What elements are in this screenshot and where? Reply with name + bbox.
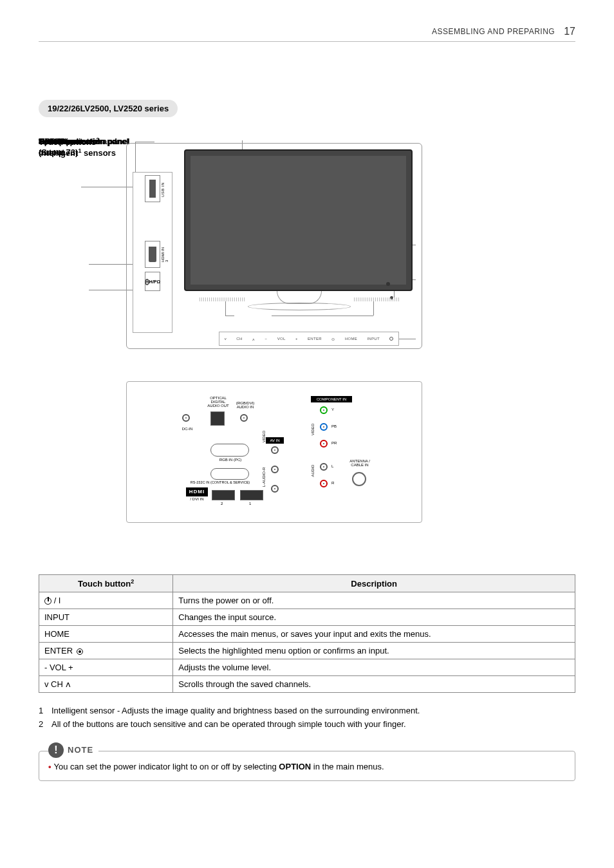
component-r: R <box>331 481 334 485</box>
component-l: L <box>331 464 333 468</box>
th-description: Description <box>173 575 575 592</box>
footnote-2: 2All of the buttons are touch sensitive … <box>39 718 575 731</box>
exclamation-icon: ! <box>48 742 64 758</box>
touch-ch-up: ᴧ <box>252 337 255 341</box>
rs232-label: RS-232C IN (CONTROL & SERVICE) <box>186 481 254 485</box>
touch-input: INPUT <box>367 337 380 341</box>
speaker-grill-right <box>354 297 399 301</box>
power-icon <box>44 598 51 605</box>
touch-vol-label: VOL <box>277 337 286 341</box>
note-box: ! NOTE •You can set the power indicator … <box>39 751 575 781</box>
table-row: ENTER Selects the highlighted menu optio… <box>39 643 575 659</box>
enter-icon <box>77 648 83 655</box>
optical-label: OPTICAL DIGITAL AUDIO OUT <box>203 396 234 408</box>
av-video-jack <box>271 446 279 454</box>
side-connection-panel: USB IN HDMI IN 3 H/PΩ <box>133 172 172 333</box>
component-audio-r-jack <box>320 480 328 487</box>
rgb-in-port <box>210 444 249 457</box>
hdmi-logo: HDMI <box>186 487 208 496</box>
av-audio-r-jack <box>271 485 279 493</box>
touch-vol-down: − <box>265 337 268 341</box>
label-rear-b: (See p.73) <box>39 147 78 157</box>
component-y: Y <box>331 408 334 411</box>
hdmi-slot-icon <box>149 247 156 262</box>
av-video-text: VIDEO <box>262 427 266 446</box>
screen-inner <box>191 156 406 285</box>
header-page-number: 17 <box>564 26 575 37</box>
rear-connection-panel: DC-IN OPTICAL DIGITAL AUDIO OUT (RGB/DVI… <box>126 381 422 523</box>
headphone-port-label: H/PΩ <box>149 279 160 284</box>
antenna-label: ANTENNA / CABLE IN <box>344 459 375 467</box>
antenna-port <box>352 472 366 486</box>
footnote-1: 1Intelligent sensor - Adjusts the image … <box>39 704 575 718</box>
hdmi-num-1: 1 <box>249 502 251 505</box>
rgb-dvi-audio-jack <box>240 414 248 422</box>
usb-port: USB IN <box>145 175 160 202</box>
optical-port <box>210 411 225 426</box>
component-y-jack <box>320 406 328 414</box>
touch-enter-label: ENTER <box>308 337 322 341</box>
label-rear-a: Rear Connection panel <box>39 137 130 146</box>
component-audio-side: AUDIO <box>311 458 315 484</box>
note-body: •You can set the power indicator light t… <box>48 762 566 771</box>
description-cell: Changes the input source. <box>173 609 575 626</box>
component-in-label: COMPONENT IN <box>311 396 352 402</box>
touch-button-bar: v CH ᴧ − VOL + ENTER ⊙ HOME INPUT <box>219 332 399 346</box>
hdmi-port-label: HDMI IN 3 <box>161 247 169 262</box>
description-cell: Accesses the main menus, or saves your i… <box>173 626 575 643</box>
headphone-jack-icon <box>145 279 149 285</box>
button-cell: HOME <box>39 626 173 643</box>
touch-enter-icon: ⊙ <box>331 337 335 341</box>
stand-neck <box>277 291 322 304</box>
usb-slot-icon <box>149 180 156 198</box>
dc-in-jack <box>182 414 190 422</box>
rgb-dvi-audio-label: (RGB/DVI) AUDIO IN <box>231 401 259 409</box>
rs232-port <box>210 468 249 480</box>
touch-power-icon <box>389 337 393 341</box>
table-row: / ITurns the power on or off. <box>39 592 575 609</box>
button-cell: - VOL + <box>39 659 173 676</box>
table-row: HOMEAccesses the main menus, or saves yo… <box>39 626 575 643</box>
note-title: NOTE <box>68 745 93 755</box>
av-in-label: AV IN <box>266 437 284 444</box>
description-cell: Turns the power on or off. <box>173 592 575 609</box>
button-cell: ENTER <box>39 643 173 659</box>
table-row: v CH ᴧScrolls through the saved channels… <box>39 676 575 693</box>
bullet-icon: • <box>48 762 51 771</box>
table-row: - VOL +Adjusts the volume level. <box>39 659 575 676</box>
hdmi-port: HDMI IN 3 <box>145 241 160 268</box>
av-audio-l-jack <box>271 466 279 473</box>
component-audio-l-jack <box>320 463 328 471</box>
component-pr: PR <box>331 441 337 445</box>
hdmi-dvi-label: / DVI IN <box>187 497 207 501</box>
touch-ch-down: v <box>225 337 227 341</box>
header-section: ASSEMBLING AND PREPARING <box>432 27 555 36</box>
hdmi-port-1 <box>240 490 263 500</box>
th-button: Touch button2 <box>39 575 173 592</box>
hdmi-num-2: 2 <box>221 502 223 505</box>
note-badge: ! NOTE <box>48 742 98 758</box>
component-pr-jack <box>320 440 328 448</box>
dc-in-label: DC-IN <box>178 427 196 431</box>
description-cell: Selects the highlighted menu option or c… <box>173 643 575 659</box>
speaker-grill-left <box>200 297 245 301</box>
touch-vol-up: + <box>295 337 298 341</box>
series-chip: 19/22/26LV2500, LV2520 series <box>39 100 178 117</box>
button-cell: v CH ᴧ <box>39 676 173 693</box>
leader-line <box>135 142 154 142</box>
touch-button-table: Touch button2 Description / ITurns the p… <box>39 574 575 693</box>
touch-ch-label: CH <box>236 337 242 341</box>
av-audio-text: L-AUDIO-R <box>262 464 266 490</box>
footnotes: 1Intelligent sensor - Adjusts the image … <box>39 704 575 731</box>
description-cell: Scrolls through the saved channels. <box>173 676 575 693</box>
hdmi-port-2 <box>212 490 235 500</box>
rgb-in-label: RGB IN (PC) <box>213 458 248 462</box>
tv-diagram: Side Connection panel USB input HDMI inp… <box>39 137 575 549</box>
touch-home: HOME <box>345 337 357 341</box>
page-header: ASSEMBLING AND PREPARING 17 <box>39 26 575 42</box>
component-video-side: VIDEO <box>311 417 315 442</box>
usb-port-label: USB IN <box>161 182 165 197</box>
button-cell: / I <box>39 592 173 609</box>
remote-sensor-dot <box>386 282 390 286</box>
stand-base <box>248 303 351 310</box>
